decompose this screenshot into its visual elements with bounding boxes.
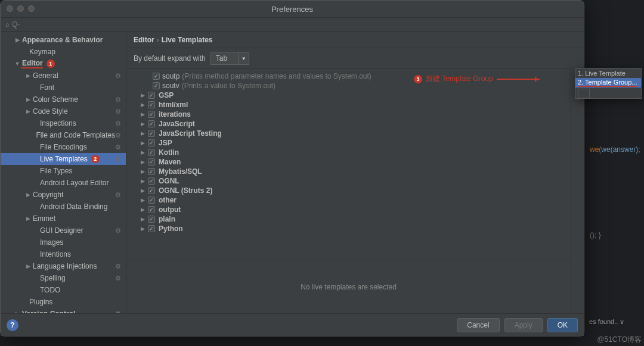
sidebar-item[interactable]: ▼Editor1 [1,58,126,70]
window-controls[interactable] [7,5,35,12]
sidebar-item[interactable]: ▶Emmet [1,213,126,225]
breadcrumb-root[interactable]: Editor [134,36,154,44]
template-list[interactable]: ✓soutp(Prints method parameter names and… [126,69,571,260]
list-toolbar: + − ⧉ [571,69,584,313]
checkbox-icon[interactable]: ✓ [148,149,155,156]
template-group[interactable]: ▶✓iterations [126,110,571,119]
checkbox-icon[interactable]: ✓ [148,101,155,108]
template-group[interactable]: ▶✓JSP [126,138,571,148]
ok-button[interactable]: OK [547,318,578,332]
template-group[interactable]: ▶✓Mybatis/SQL [126,167,571,176]
checkbox-icon[interactable]: ✓ [148,177,155,185]
sidebar-item[interactable]: GUI Designer⚙ [1,225,126,236]
bg-code-line: we(answer); [601,145,640,154]
min-dot[interactable] [17,5,24,12]
sidebar-item[interactable]: Plugins [1,296,126,308]
close-dot[interactable] [7,5,13,12]
sidebar-item[interactable]: ▶General⚙ [1,70,126,82]
checkbox-icon[interactable]: ✓ [153,73,160,80]
template-group[interactable]: ▶✓Kotlin [126,148,571,157]
expand-arrow-icon: ▶ [24,263,32,269]
sidebar-item[interactable]: Android Layout Editor [1,177,126,189]
sidebar-item[interactable]: Spelling⚙ [1,272,126,284]
sidebar-item[interactable]: Keymap [1,46,126,58]
expand-arrow-icon: ▶ [141,159,147,165]
sidebar-item-label: TODO [39,286,60,294]
sidebar-item[interactable]: Intentions [1,248,126,260]
sidebar-item[interactable]: File Encodings⚙ [1,141,126,153]
apply-button[interactable]: Apply [504,318,543,332]
popup-live-template[interactable]: 1. Live Template [575,68,641,78]
annotation: 3 新建 Template Group [410,74,540,84]
sidebar-item-label: Appearance & Behavior [21,36,103,44]
template-group[interactable]: ▶✓GSP [126,91,571,100]
template-group[interactable]: ▶✓JavaScript Testing [126,129,571,138]
breadcrumb-sep: › [157,36,159,44]
sidebar-item[interactable]: ▶Language Injections⚙ [1,260,126,272]
template-group[interactable]: ▶✓output [126,205,571,214]
checkbox-icon[interactable]: ✓ [148,197,155,204]
sidebar-item[interactable]: ▶Appearance & Behavior [1,34,126,46]
checkbox-icon[interactable]: ✓ [148,120,155,127]
sidebar-item[interactable]: File Types [1,165,126,177]
sidebar[interactable]: ▶Appearance & BehaviorKeymap▼Editor1▶Gen… [1,32,126,313]
sidebar-item[interactable]: Images [1,236,126,248]
template-group[interactable]: ▶✓html/xml [126,100,571,110]
checkbox-icon[interactable]: ✓ [148,216,155,223]
chevron-down-icon[interactable]: ▼ [238,52,249,64]
add-popup[interactable]: 1. Live Template 2. Template Group... [575,68,642,99]
template-group[interactable]: ▶✓Python [126,224,571,233]
checkbox-icon[interactable]: ✓ [148,158,155,166]
template-group[interactable]: ▶✓Maven [126,157,571,167]
search-icon: ⌕ [5,20,10,29]
sidebar-item[interactable]: Font [1,82,126,93]
expand-select[interactable]: Tab ▼ [210,52,249,65]
template-desc: (Prints method parameter names and value… [182,72,371,80]
bg-code-line: (); } [590,231,642,239]
sidebar-item[interactable]: TODO [1,284,126,296]
detail-message: No live templates are selected [301,283,397,291]
sidebar-item[interactable]: Live Templates2⚙ [1,153,126,165]
max-dot[interactable] [28,5,35,12]
popup-template-group[interactable]: 2. Template Group... [575,78,641,88]
checkbox-icon[interactable]: ✓ [148,187,155,194]
sidebar-item[interactable]: ▶Color Scheme⚙ [1,93,126,105]
help-button[interactable]: ? [7,319,18,331]
expand-arrow-icon: ▶ [141,188,147,194]
checkbox-icon[interactable]: ✓ [148,206,155,213]
expand-select-value: Tab [211,54,238,63]
template-group[interactable]: ▶✓JavaScript [126,119,571,129]
sidebar-item[interactable]: ▶Code Style⚙ [1,105,126,117]
checkbox-icon[interactable]: ✓ [148,111,155,118]
sidebar-item[interactable]: ▶Copyright⚙ [1,189,126,201]
gear-icon: ⚙ [115,108,121,116]
template-group[interactable]: ▶✓OGNL (Struts 2) [126,186,571,195]
cancel-button[interactable]: Cancel [457,318,499,332]
expand-arrow-icon: ▶ [24,192,32,198]
group-name: Maven [159,158,181,166]
footer: ? Cancel Apply OK [1,313,584,336]
breadcrumb-leaf: Live Templates [162,36,213,44]
checkbox-icon[interactable]: ✓ [148,130,155,137]
expand-arrow-icon: ▶ [141,169,147,174]
group-name: html/xml [159,101,188,109]
search-input[interactable] [12,20,119,29]
template-group[interactable]: ▶✓plain [126,214,571,224]
template-group[interactable]: ▶✓other [126,195,571,205]
sidebar-item[interactable]: Inspections⚙ [1,117,126,129]
checkbox-icon[interactable]: ✓ [148,92,155,99]
checkbox-icon[interactable]: ✓ [148,225,155,232]
checkbox-icon[interactable]: ✓ [148,139,155,146]
expand-label: By default expand with [134,54,206,63]
group-name: JSP [159,139,172,147]
template-group[interactable]: ▶✓OGNL [126,176,571,186]
expand-arrow-icon: ▶ [24,216,32,222]
sidebar-item-label: Keymap [28,48,55,56]
checkbox-icon[interactable]: ✓ [148,168,155,175]
watermark: @51CTO博客 [597,335,642,345]
checkbox-icon[interactable]: ✓ [153,82,160,89]
expand-arrow-icon: ▶ [141,121,147,127]
sidebar-item[interactable]: Android Data Binding [1,201,126,213]
sidebar-item[interactable]: ▶Version Control⚙ [1,308,126,313]
sidebar-item[interactable]: File and Code Templates⚙ [1,129,126,141]
